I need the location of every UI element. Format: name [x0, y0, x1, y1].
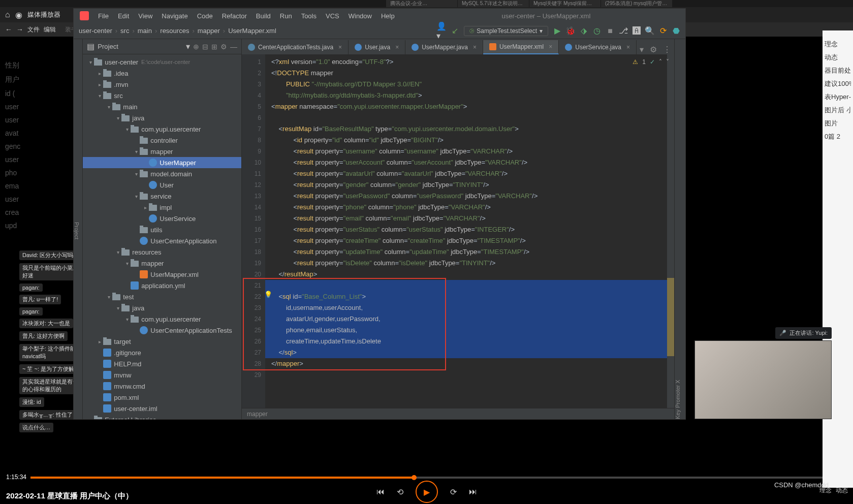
tree-arrow-icon[interactable]: ▾ — [123, 261, 131, 266]
tree-row[interactable]: application.yml — [83, 280, 241, 291]
highlight-icon[interactable]: ✓ — [650, 56, 655, 68]
editor-tab[interactable]: UserMapper.java× — [405, 40, 483, 54]
tree-arrow-icon[interactable]: ▸ — [142, 205, 149, 210]
project-tree[interactable]: ▾user-centerE:\code\user-center▸.idea▸.m… — [83, 54, 241, 419]
tab-list-icon[interactable]: ▾ — [637, 45, 647, 54]
menu-help[interactable]: Help — [381, 12, 395, 20]
menu-run[interactable]: Run — [280, 12, 292, 20]
menu-file[interactable]: 文件 — [27, 25, 40, 34]
tree-row[interactable]: ▾src — [83, 90, 241, 101]
code-line[interactable]: <result property="isDelete" column="isDe… — [271, 258, 674, 269]
tree-row[interactable]: ▾java — [83, 112, 241, 123]
code-line[interactable]: <result property="phone" column="phone" … — [271, 202, 674, 213]
breadcrumb-item[interactable]: mapper — [198, 27, 220, 35]
breadcrumb-item[interactable]: resources — [160, 27, 189, 35]
menu-build[interactable]: Build — [256, 12, 271, 20]
tree-row[interactable]: ▸External Libraries — [83, 414, 241, 419]
left-tool-gutter[interactable]: Project — [74, 39, 83, 419]
up-icon[interactable]: ˄ — [659, 56, 662, 68]
editor-tab[interactable]: User.java× — [349, 40, 405, 54]
tree-arrow-icon[interactable]: ▾ — [87, 59, 94, 65]
translate-icon[interactable]: 🅰 — [633, 27, 641, 35]
tree-row[interactable]: User — [83, 179, 241, 191]
breadcrumb[interactable]: user-center›src›main›resources›mapper›Us… — [79, 27, 276, 35]
right-tool-gutter[interactable]: Key Promoter XDatabaseMavenRestfulTool — [674, 39, 685, 419]
code-line[interactable]: <resultMap id="BaseResultMap" type="com.… — [271, 123, 674, 135]
code-line[interactable]: </resultMap> — [271, 269, 674, 280]
sync-icon[interactable]: ⟳ — [659, 27, 667, 35]
progress-knob[interactable] — [412, 475, 417, 480]
tree-row[interactable]: ▾com.yupi.usercenter — [83, 313, 241, 325]
browser-tab[interactable]: 腾讯会议-企业… — [386, 0, 457, 7]
code-line[interactable]: <mapper namespace="com.yupi.usercenter.m… — [271, 101, 674, 112]
menu-refactor[interactable]: Refactor — [222, 12, 247, 20]
tree-row[interactable]: user-center.iml — [83, 403, 241, 414]
code-line[interactable]: createTime,updateTime,isDelete — [271, 336, 674, 347]
down-icon[interactable]: ˅ — [666, 56, 669, 68]
user-icon[interactable]: 👤▾ — [437, 27, 446, 35]
menu-file[interactable]: File — [98, 12, 109, 20]
hide-icon[interactable]: — — [230, 43, 237, 51]
close-icon[interactable]: × — [549, 43, 552, 50]
menu-edit[interactable]: Edit — [118, 12, 129, 20]
chevron-down-icon[interactable]: ▾ — [186, 42, 190, 51]
tree-arrow-icon[interactable]: ▸ — [96, 82, 103, 87]
menu-tools[interactable]: Tools — [301, 12, 317, 20]
tab-more-icon[interactable]: ⋮ — [660, 45, 674, 54]
tree-arrow-icon[interactable]: ▾ — [133, 194, 140, 199]
tool-window-tab[interactable]: Key Promoter X — [675, 42, 681, 419]
video-progress[interactable] — [30, 477, 823, 479]
inspection-bar[interactable]: ⚠ 1 ✓ ˄ ˅ — [633, 56, 669, 68]
tree-arrow-icon[interactable]: ▾ — [133, 149, 140, 154]
tree-arrow-icon[interactable]: ▸ — [87, 417, 94, 420]
tree-row[interactable]: ▾model.domain — [83, 168, 241, 179]
profiler-icon[interactable]: ◷ — [593, 27, 601, 35]
tree-row[interactable]: ▾java — [83, 302, 241, 313]
tree-row[interactable]: ▾service — [83, 191, 241, 202]
menu-code[interactable]: Code — [197, 12, 213, 20]
git-icon[interactable]: ⎇ — [619, 27, 627, 35]
code-line[interactable]: <result property="username" column="user… — [271, 146, 674, 157]
back-icon[interactable]: ← — [5, 25, 12, 34]
close-icon[interactable]: × — [473, 44, 477, 51]
code-line[interactable]: avatarUrl,gender,userPassword, — [271, 313, 674, 325]
code-line[interactable]: <result property="updateTime" column="up… — [271, 246, 674, 258]
code-line[interactable]: <id property="id" column="id" jdbcType="… — [271, 135, 674, 146]
tree-row[interactable]: mvnw — [83, 369, 241, 381]
close-icon[interactable]: × — [626, 44, 630, 51]
tree-arrow-icon[interactable]: ▾ — [123, 317, 131, 322]
tree-row[interactable]: UserMapper — [83, 157, 241, 168]
code-line[interactable]: <result property="email" column="email" … — [271, 213, 674, 224]
close-icon[interactable]: × — [395, 44, 399, 51]
code-line[interactable]: <result property="createTime" column="cr… — [271, 235, 674, 246]
tree-row[interactable]: utils — [83, 224, 241, 235]
tree-arrow-icon[interactable]: ▾ — [114, 115, 121, 121]
tree-row[interactable]: pom.xml — [83, 392, 241, 403]
tree-row[interactable]: UserMapper.xml — [83, 269, 241, 280]
tree-row[interactable]: ▾mapper — [83, 258, 241, 269]
breadcrumb-item[interactable]: UserMapper.xml — [228, 27, 276, 35]
tree-arrow-icon[interactable]: ▸ — [96, 339, 103, 344]
tree-row[interactable]: ▾user-centerE:\code\user-center — [83, 56, 241, 68]
forward-icon[interactable]: → — [16, 25, 23, 34]
coverage-icon[interactable]: ⬗ — [580, 27, 588, 35]
tree-row[interactable]: UserCenterApplicationTests — [83, 325, 241, 336]
editor-tab[interactable]: CenterApplicationTests.java× — [242, 40, 349, 54]
code-line[interactable]: phone,email,userStatus, — [271, 325, 674, 336]
code-line[interactable]: "http://mybatis.org/dtd/mybatis-3-mapper… — [271, 90, 674, 101]
vcs-update-icon[interactable]: ↙ — [451, 27, 459, 35]
close-icon[interactable]: × — [338, 44, 342, 51]
code-line[interactable] — [271, 369, 674, 381]
editor-tab[interactable]: UserMapper.xml× — [483, 40, 559, 54]
tree-row[interactable]: ▾com.yupi.usercenter — [83, 123, 241, 135]
tree-arrow-icon[interactable]: ▸ — [96, 71, 103, 76]
editor[interactable]: 1234567891011121314151617181920212223242… — [242, 54, 674, 408]
tree-arrow-icon[interactable]: ▾ — [114, 305, 121, 311]
tree-row[interactable]: ▸impl — [83, 202, 241, 213]
code-line[interactable]: <result property="avatarUrl" column="ava… — [271, 168, 674, 179]
breadcrumb-item[interactable]: main — [138, 27, 152, 35]
menu-view[interactable]: View — [138, 12, 152, 20]
tree-row[interactable]: HELP.md — [83, 358, 241, 369]
forward-icon[interactable]: ⟳ — [450, 487, 457, 497]
tree-arrow-icon[interactable]: ▾ — [123, 127, 131, 132]
